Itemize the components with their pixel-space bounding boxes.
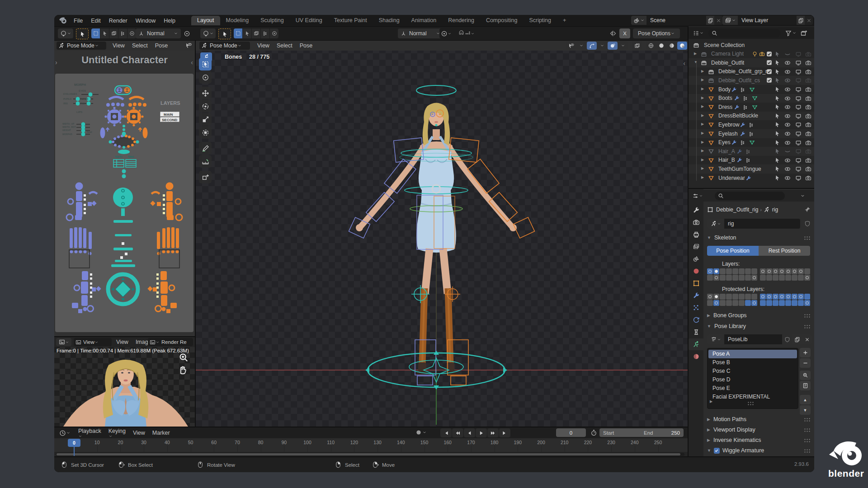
scene-selector[interactable]: Scene xyxy=(631,16,722,25)
falloff-dropdown[interactable] xyxy=(58,28,73,38)
gizmo-chevron[interactable] xyxy=(597,42,607,50)
workspace-tab-rendering[interactable]: Rendering xyxy=(442,16,480,25)
armature-layer-cell[interactable] xyxy=(726,268,732,274)
wiggle-armature-panel[interactable]: ▼ Wiggle Armature xyxy=(703,446,814,455)
blender-logo-icon[interactable] xyxy=(58,16,67,24)
workspace-tab-compositing[interactable]: Compositing xyxy=(480,16,523,25)
select-mode-2[interactable] xyxy=(252,28,260,38)
menu-keying[interactable]: Keying xyxy=(105,428,129,438)
properties-tab-particles[interactable] xyxy=(689,302,703,314)
armature-layer-cell[interactable] xyxy=(720,275,726,281)
viewport-mode-dropdown[interactable]: Pose Mode xyxy=(199,42,250,50)
previous-frame-button[interactable] xyxy=(464,428,475,437)
menu-pose[interactable]: Pose xyxy=(296,42,316,49)
outliner-row-debbie_outfit[interactable]: ▼Debbie_Outfit xyxy=(689,58,814,67)
inverse-kinematics-panel[interactable]: ▶Inverse Kinematics xyxy=(703,436,814,445)
select-mode-0[interactable] xyxy=(234,28,242,38)
move-pose-up-button[interactable]: ▲ xyxy=(800,395,811,404)
pose-list[interactable]: Pose APose BPose CPose DPose EFacial EXP… xyxy=(707,348,798,409)
annotate-tool[interactable] xyxy=(199,142,212,155)
armature-layer-cell[interactable] xyxy=(798,268,804,274)
workspace-tab-shading[interactable]: Shading xyxy=(373,16,406,25)
armature-layer-cell[interactable] xyxy=(760,294,766,300)
wiggle-checkbox[interactable] xyxy=(714,448,720,454)
shading-wireframe-icon[interactable] xyxy=(646,42,656,50)
menu-marker[interactable]: Marker xyxy=(149,430,174,436)
armature-layer-cell[interactable] xyxy=(792,275,797,281)
view-layer-name[interactable]: View Layer xyxy=(738,16,797,25)
outliner-row-scene-collection[interactable]: Scene Collection xyxy=(689,41,814,50)
layer-main-button[interactable]: MAIN xyxy=(164,113,173,117)
pose-position-button[interactable]: Pose Position xyxy=(707,246,759,256)
armature-layer-cell[interactable] xyxy=(760,300,766,306)
armature-layer-cell[interactable] xyxy=(739,300,745,306)
properties-tab-scene[interactable] xyxy=(689,253,703,265)
armature-layer-cell[interactable] xyxy=(785,268,791,274)
new-scene-icon[interactable] xyxy=(706,16,714,25)
orientation-dropdown[interactable]: Normal xyxy=(136,28,181,38)
pose-library-panel[interactable]: ▼Pose Library xyxy=(703,322,814,331)
armature-layer-cell[interactable] xyxy=(751,294,757,300)
outliner-row-hair_b[interactable]: ▶Hair_B xyxy=(689,156,814,165)
rest-position-button[interactable]: Rest Position xyxy=(759,246,810,256)
armature-layer-cell[interactable] xyxy=(773,300,778,306)
move-pose-down-button[interactable]: ▼ xyxy=(800,405,811,415)
select-box-tool[interactable] xyxy=(199,58,212,70)
fake-user-shield-icon[interactable] xyxy=(802,219,813,229)
menu-view[interactable]: View xyxy=(109,42,128,49)
properties-tab-view-layer[interactable] xyxy=(689,241,703,253)
properties-tab-constraints[interactable] xyxy=(689,326,703,338)
timeline-ruler[interactable]: 1020304050607080901001101201301401501601… xyxy=(54,438,688,452)
armature-layer-cell[interactable] xyxy=(713,294,719,300)
image-datablock[interactable]: Render Re xyxy=(148,338,193,346)
scale-tool[interactable] xyxy=(199,113,212,126)
pose-specials-button[interactable] xyxy=(800,381,811,390)
armature-layer-cell[interactable] xyxy=(732,300,738,306)
menu-view[interactable]: View xyxy=(129,430,149,436)
menu-window[interactable]: Window xyxy=(132,18,160,24)
pose-item-pose-c[interactable]: Pose C xyxy=(708,367,797,375)
armature-layer-cell[interactable] xyxy=(798,300,804,306)
armature-layer-cell[interactable] xyxy=(779,300,785,306)
measure-tool[interactable] xyxy=(199,155,212,168)
add-pose-button[interactable] xyxy=(800,348,811,357)
properties-editor-icon[interactable] xyxy=(690,192,705,200)
outliner-row-eyes[interactable]: ▶Eyes xyxy=(689,138,814,147)
picker-canvas[interactable]: MORPH EYES EYELASHES PUPILS PUPILS IRIS … xyxy=(55,74,193,332)
pose-item-facial-experimental[interactable]: Facial EXPERIMENTAL xyxy=(708,393,797,401)
cursor-tool[interactable] xyxy=(199,71,212,84)
armature-layer-cell[interactable] xyxy=(713,275,719,281)
armature-layer-cell[interactable] xyxy=(766,294,772,300)
outliner-search-input[interactable] xyxy=(708,29,780,38)
armature-layer-cell[interactable] xyxy=(804,268,810,274)
falloff-dropdown[interactable] xyxy=(200,28,216,38)
armature-layer-cell[interactable] xyxy=(707,275,713,281)
rotate-tool[interactable] xyxy=(199,100,212,113)
armature-layer-cell[interactable] xyxy=(792,294,797,300)
render-result-image[interactable]: Frame:0 | Time:00:00.74 | Mem:619.88M (P… xyxy=(54,347,195,427)
outliner-row-boots[interactable]: ▶Boots xyxy=(689,94,814,103)
frame-end-field[interactable]: End250 xyxy=(640,428,684,437)
armature-layer-cell[interactable] xyxy=(745,268,751,274)
next-keyframe-button[interactable] xyxy=(487,428,499,437)
unlink-scene-icon[interactable] xyxy=(714,16,722,25)
view-layer-icon[interactable] xyxy=(722,16,738,25)
image-view-selector[interactable]: View xyxy=(74,338,112,346)
properties-tab-object[interactable] xyxy=(689,277,703,289)
select-mode-3[interactable] xyxy=(261,28,269,38)
menu-file[interactable]: File xyxy=(70,18,87,24)
armature-layer-cell[interactable] xyxy=(739,294,745,300)
pivot-point-dropdown[interactable] xyxy=(439,28,453,38)
armature-layer-cell[interactable] xyxy=(773,268,778,274)
armature-layer-cell[interactable] xyxy=(751,268,757,274)
pose-list-resize-grip[interactable] xyxy=(747,401,754,405)
outliner-row-camera light[interactable]: ▶Camera Light xyxy=(689,50,814,59)
armature-layer-cell[interactable] xyxy=(785,275,791,281)
picker-mode-dropdown[interactable]: Pose Mode xyxy=(57,42,106,50)
jump-to-start-button[interactable] xyxy=(440,428,452,437)
outliner-row-hair_a[interactable]: ▶Hair_A xyxy=(689,147,814,156)
armature-layer-cell[interactable] xyxy=(713,268,719,274)
armature-layer-cell[interactable] xyxy=(745,275,751,281)
workspace-tab-uv-editing[interactable]: UV Editing xyxy=(290,16,328,25)
shading-material-icon[interactable] xyxy=(667,42,677,50)
